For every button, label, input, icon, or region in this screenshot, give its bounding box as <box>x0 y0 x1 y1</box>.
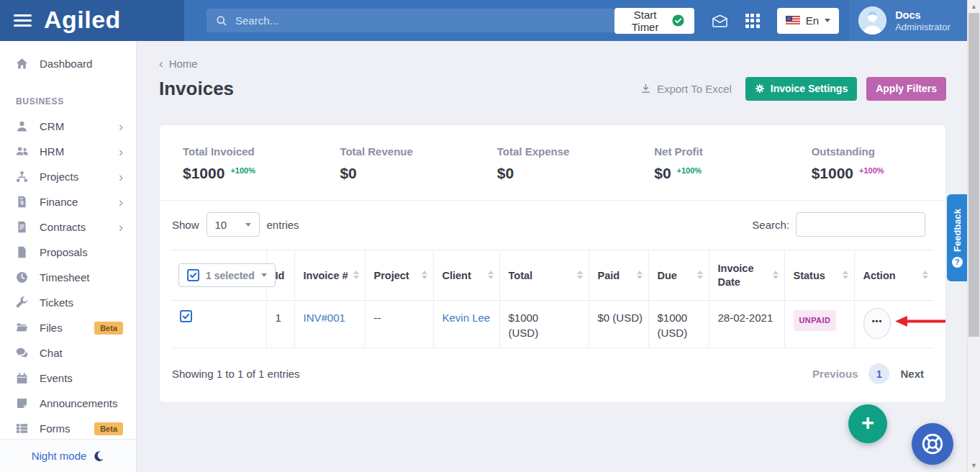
sidebar-item-label: Forms <box>40 422 71 435</box>
us-flag-icon <box>786 16 800 25</box>
table-search-input[interactable] <box>796 212 925 237</box>
start-timer-button[interactable]: Start Timer <box>614 8 694 34</box>
row-checkbox[interactable] <box>180 310 192 322</box>
question-mark-icon: ? <box>952 256 963 267</box>
page-number-button[interactable]: 1 <box>868 363 889 384</box>
brand-name: Agiled <box>44 7 121 35</box>
breadcrumb[interactable]: ‹ Home <box>159 58 946 69</box>
next-page-button[interactable]: Next <box>900 368 924 380</box>
page-title: Invoices <box>159 78 234 100</box>
stat-net-profit: Net Profit $0 +100% <box>631 145 788 181</box>
column-header-client[interactable]: Client <box>433 250 499 301</box>
row-id: 1 <box>266 301 294 348</box>
apply-filters-button[interactable]: Apply Filters <box>866 77 946 101</box>
sidebar-item-label: CRM <box>40 120 64 132</box>
sidebar-item-forms[interactable]: Forms Beta <box>0 416 136 441</box>
page-scrollbar[interactable]: ▲ ▼ <box>967 0 980 472</box>
row-client-link[interactable]: Kevin Lee <box>443 312 491 324</box>
sort-icon[interactable] <box>577 271 583 279</box>
sort-icon[interactable] <box>697 271 703 279</box>
column-header-action[interactable]: Action <box>854 250 934 301</box>
bulk-select-dropdown[interactable]: 1 selected <box>178 263 276 287</box>
sidebar: Dashboard BUSINESS CRM › HRM › Projects … <box>0 41 137 472</box>
night-mode-toggle[interactable]: Night mode <box>0 439 136 472</box>
invoice-settings-label: Invoice Settings <box>771 83 848 94</box>
column-header-status[interactable]: Status <box>784 250 854 301</box>
row-invoice-link[interactable]: INV#001 <box>304 312 345 324</box>
row-paid: $0 (USD) <box>589 301 648 348</box>
user-name: Docs <box>895 9 950 22</box>
entries-label: entries <box>267 219 299 231</box>
column-header-id[interactable]: Id <box>266 250 294 301</box>
sidebar-item-hrm[interactable]: HRM › <box>0 139 136 164</box>
search-input[interactable] <box>234 14 605 27</box>
user-menu[interactable]: Docs Administrator <box>849 0 969 41</box>
help-fab[interactable] <box>912 423 953 465</box>
sidebar-item-label: HRM <box>40 145 64 158</box>
sidebar-item-dashboard[interactable]: Dashboard <box>0 51 136 76</box>
stat-delta: +100% <box>859 166 884 175</box>
page-size-value: 10 <box>215 219 227 231</box>
stat-total-expense: Total Expense $0 <box>474 145 631 181</box>
main-content: ‹ Home Invoices Export To Excel Invoice … <box>136 41 968 472</box>
sidebar-item-files[interactable]: Files Beta <box>0 315 136 340</box>
sidebar-item-chat[interactable]: Chat <box>0 340 136 366</box>
table-header-row: 1 selected Id Invoice # Project Client T… <box>171 250 934 301</box>
stat-value: $0 <box>340 165 356 181</box>
row-action-button[interactable]: ••• <box>863 308 891 339</box>
page-size-select[interactable]: 10 <box>207 212 260 237</box>
row-select-cell <box>171 301 266 348</box>
sidebar-item-proposals[interactable]: Proposals <box>0 240 136 265</box>
scroll-down-arrow[interactable]: ▼ <box>968 460 980 471</box>
sidebar-item-tickets[interactable]: Tickets <box>0 290 136 315</box>
sidebar-item-projects[interactable]: Projects › <box>0 164 136 189</box>
gear-icon <box>755 83 765 94</box>
export-to-excel-button[interactable]: Export To Excel <box>636 82 736 96</box>
invoice-settings-button[interactable]: Invoice Settings <box>745 77 857 101</box>
column-header-due[interactable]: Due <box>648 250 709 301</box>
column-label: Total <box>509 270 533 281</box>
column-label: Status <box>794 270 825 281</box>
breadcrumb-home[interactable]: Home <box>169 58 198 70</box>
scroll-up-arrow[interactable]: ▲ <box>968 1 980 12</box>
add-invoice-fab[interactable]: + <box>848 404 887 443</box>
previous-page-button[interactable]: Previous <box>812 368 858 380</box>
apps-grid-icon[interactable] <box>745 14 760 28</box>
brand-logo[interactable]: Agiled <box>0 0 184 41</box>
column-header-project[interactable]: Project <box>365 250 433 301</box>
column-header-total[interactable]: Total <box>499 250 589 301</box>
navbar-body: Start Timer <box>184 0 969 41</box>
sidebar-item-label: Tickets <box>40 296 73 309</box>
chevron-right-icon: › <box>119 171 123 183</box>
sort-icon[interactable] <box>922 271 928 279</box>
column-header-paid[interactable]: Paid <box>589 250 648 301</box>
sort-icon[interactable] <box>637 271 643 279</box>
sidebar-item-announcements[interactable]: Announcements <box>0 391 136 416</box>
table-footer: Showing 1 to 1 of 1 entries Previous 1 N… <box>160 348 945 402</box>
sidebar-item-timesheet[interactable]: Timesheet <box>0 265 136 290</box>
sidebar-item-finance[interactable]: $ Finance › <box>0 189 136 214</box>
sidebar-item-contracts[interactable]: Contracts › <box>0 214 136 240</box>
sort-icon[interactable] <box>422 271 427 279</box>
sort-icon[interactable] <box>488 271 494 279</box>
sidebar-item-label: Projects <box>40 171 78 183</box>
select-all-checkbox[interactable] <box>187 269 199 281</box>
home-icon <box>16 58 29 70</box>
sort-icon[interactable] <box>353 271 359 279</box>
hamburger-menu-icon[interactable] <box>14 14 32 27</box>
column-header-invoice-date[interactable]: Invoice Date <box>709 250 784 301</box>
stat-value: $1000 <box>812 165 853 181</box>
feedback-tab[interactable]: ? Feedback <box>947 194 968 281</box>
sidebar-item-events[interactable]: Events <box>0 366 136 391</box>
ellipsis-icon: ••• <box>872 314 883 329</box>
scrollbar-thumb[interactable] <box>968 13 979 337</box>
messages-envelope-icon[interactable] <box>712 14 727 27</box>
sort-icon[interactable] <box>773 271 779 279</box>
note-icon <box>16 397 29 409</box>
column-label: Paid <box>598 270 620 281</box>
sort-icon[interactable] <box>843 271 848 279</box>
sidebar-item-label: Finance <box>40 196 78 208</box>
sidebar-item-crm[interactable]: CRM › <box>0 114 136 139</box>
language-selector[interactable]: En <box>777 8 839 34</box>
column-header-invoice[interactable]: Invoice # <box>294 250 365 301</box>
